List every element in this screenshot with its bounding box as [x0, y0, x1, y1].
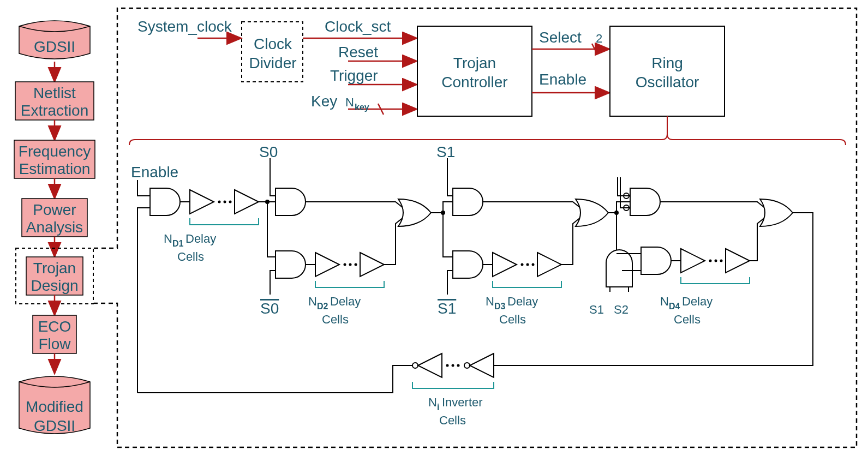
top-blocks: System_clock Clock Divider Clock_sct Res… [129, 18, 846, 145]
nd1-delay: Delay [185, 232, 216, 245]
s0-bar-label: S0 [260, 300, 279, 317]
ni-bracket [412, 382, 494, 388]
buffer-nd3-a [493, 253, 517, 277]
ni-cells: Cells [439, 413, 466, 427]
and-gate-s1-bot [453, 251, 483, 278]
gdsii-cylinder: GDSII [19, 21, 90, 59]
nd3-cells: Cells [499, 313, 526, 326]
nd4-delay: Delay [682, 295, 713, 308]
nand-gate-s1s2 [606, 250, 632, 287]
inverter-ni-b [418, 353, 442, 377]
trigger-label: Trigger [330, 67, 378, 84]
mgdsii-label-b: GDSII [34, 417, 75, 434]
svg-point-34 [457, 364, 460, 367]
select-label: Select [539, 29, 582, 46]
ring-oscillator-bracket [129, 116, 846, 145]
svg-point-21 [355, 263, 357, 266]
freq-label-b: Estimation [19, 160, 91, 177]
buffer-nd1-a [190, 190, 214, 214]
s1-bar-label: S1 [438, 300, 456, 317]
select-bits-label: 2 [596, 32, 602, 45]
nd4-bracket [681, 277, 750, 284]
and-gate-s1-top [453, 188, 483, 215]
nd2-bracket [315, 281, 384, 287]
svg-point-20 [349, 263, 352, 266]
nd2-cells: Cells [322, 313, 349, 326]
clock-divider-label-a: Clock [254, 35, 292, 52]
svg-point-36 [446, 364, 449, 367]
netlist-label-a: Netlist [33, 85, 76, 101]
svg-point-16 [224, 201, 226, 203]
svg-point-23 [521, 263, 524, 266]
clock-divider-label-b: Divider [249, 55, 296, 71]
buffer-nd1-b [235, 190, 259, 214]
nand-s2-label: S2 [614, 303, 628, 316]
ni-inverter: Inverter [442, 395, 483, 409]
buffer-nd2-a [315, 253, 339, 277]
and-gate-s0-top [276, 188, 306, 215]
clock-sct-label: Clock_sct [325, 18, 391, 35]
buffer-nd4-b [726, 249, 750, 273]
nd3-n: N [486, 295, 494, 308]
svg-point-17 [229, 201, 232, 203]
buffer-nd3-b [537, 253, 561, 277]
ring-label-b: Oscillator [636, 74, 699, 91]
enable-label: Enable [131, 164, 178, 181]
s0-label: S0 [259, 143, 278, 160]
svg-point-31 [715, 260, 717, 262]
nd1-cells: Cells [177, 250, 204, 263]
nkey-sub: key [355, 103, 369, 112]
power-label-b: Analysis [26, 219, 83, 236]
nd4-sub: D4 [669, 302, 680, 311]
and-gate-enable [150, 188, 180, 215]
system-clock-label: System_clock [137, 18, 232, 35]
ni-sub: i [437, 403, 439, 412]
modified-gdsii-cylinder: Modified GDSII [19, 376, 90, 434]
trojan-ctrl-label-b: Controller [441, 74, 507, 91]
nand-s1-label: S1 [589, 303, 604, 316]
svg-point-35 [452, 364, 454, 367]
eco-label-b: Flow [38, 335, 71, 352]
nd4-cells: Cells [674, 313, 701, 326]
ring-label-a: Ring [651, 55, 683, 71]
buffer-nd4-a [681, 249, 705, 273]
s1-label: S1 [436, 143, 455, 160]
power-label-a: Power [33, 201, 76, 218]
trojan-label-a: Trojan [33, 260, 76, 277]
svg-point-30 [709, 260, 712, 262]
or-gate-3 [760, 199, 793, 226]
freq-label-a: Frequency [19, 143, 91, 160]
enable-out-label: Enable [539, 71, 586, 88]
nd2-n: N [308, 295, 317, 308]
nd1-bracket [190, 218, 259, 225]
or-gate-2 [576, 199, 608, 226]
gdsii-label: GDSII [34, 38, 75, 55]
ring-oscillator-circuit: Enable N D1 Delay Cells S0 S0 N D2 Delay… [131, 143, 813, 427]
nkey-n: N [345, 95, 354, 109]
trojan-label-b: Design [31, 277, 78, 294]
svg-point-32 [720, 260, 723, 262]
netlist-label-b: Extraction [21, 102, 89, 119]
buffer-nd2-b [360, 253, 384, 277]
flowchart: GDSII Netlist Extraction Frequency Estim… [14, 21, 95, 434]
trojan-ctrl-label-a: Trojan [453, 55, 496, 71]
nd1-sub: D1 [172, 239, 184, 248]
and-gate-s0-bot [276, 251, 306, 278]
or-gate-1 [398, 199, 431, 226]
key-label: Key [311, 93, 337, 110]
nd1-n: N [164, 232, 172, 245]
nd4-n: N [660, 295, 669, 308]
nd3-bracket [493, 281, 561, 287]
reset-label: Reset [338, 44, 378, 61]
svg-point-24 [526, 263, 529, 266]
eco-label-a: ECO [38, 318, 71, 335]
svg-point-19 [344, 263, 346, 266]
svg-point-25 [532, 263, 535, 266]
ni-n: N [428, 395, 437, 409]
nd3-sub: D3 [494, 302, 506, 311]
and-gate-stage3-top [630, 188, 660, 215]
svg-point-15 [218, 201, 221, 203]
nd3-delay: Delay [507, 295, 538, 308]
nd2-delay: Delay [330, 295, 361, 308]
mgdsii-label-a: Modified [26, 398, 83, 415]
